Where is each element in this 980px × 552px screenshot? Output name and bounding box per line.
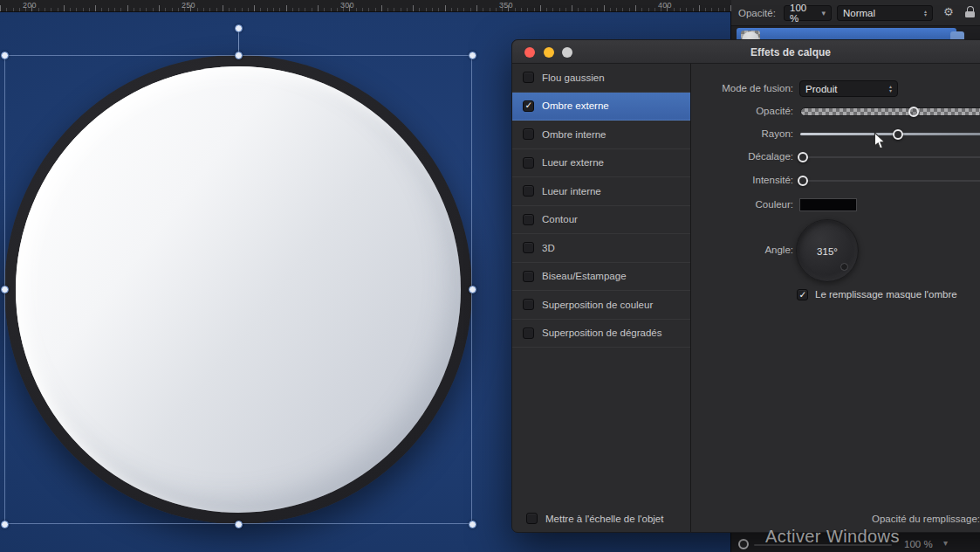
ruler-number: 250 xyxy=(182,1,195,10)
scale-with-object-checkbox[interactable] xyxy=(526,513,538,524)
toolbar-blend-dropdown[interactable]: Normal ▴▾ xyxy=(837,5,933,21)
selection-handle-bottom-right[interactable] xyxy=(469,521,476,528)
gear-icon[interactable]: ⚙ xyxy=(943,5,954,19)
chevron-down-icon[interactable]: ▾ xyxy=(943,538,948,548)
opacity-slider-knob[interactable] xyxy=(908,107,919,117)
bottom-opacity-value: 100 % xyxy=(904,539,933,549)
toolbar-blend-value: Normal xyxy=(843,8,875,18)
radius-slider-track[interactable] xyxy=(800,133,980,135)
selection-handle-top-left[interactable] xyxy=(1,52,9,59)
selection-handle-mid-right[interactable] xyxy=(469,286,476,293)
blend-mode-label: Mode de fusion: xyxy=(687,83,793,93)
ruler-number: 400 xyxy=(658,1,672,10)
ruler-number: 350 xyxy=(499,1,513,10)
stepper-arrows-icon: ▴▾ xyxy=(889,85,892,93)
fill-opacity-label: Opacité du remplissage: xyxy=(800,514,980,524)
check-icon: ✓ xyxy=(799,289,807,300)
intensity-slider-track[interactable] xyxy=(800,180,980,182)
selection-handle-top-right[interactable] xyxy=(469,52,476,59)
toolbar-opacity-label: Opacité: xyxy=(738,8,776,18)
shadow-color-swatch[interactable] xyxy=(799,198,857,211)
lock-icon[interactable] xyxy=(965,6,976,17)
angle-dial-knob[interactable] xyxy=(840,263,848,271)
context-toolbar: Opacité: 100 % ▾ Normal ▴▾ ⚙ xyxy=(731,0,980,26)
lock-body xyxy=(965,11,975,17)
selection-handle-bottom-mid[interactable] xyxy=(235,521,243,528)
selection-bounding-box xyxy=(4,55,472,524)
selection-handle-bottom-left[interactable] xyxy=(1,521,9,528)
affinity-app-window: 200250300350400 Opacité: 100 % ▾ Normal … xyxy=(0,0,980,552)
offset-slider-knob[interactable] xyxy=(798,152,808,162)
rotation-handle[interactable] xyxy=(235,24,243,32)
windows-activation-watermark: Activer Windows xyxy=(765,527,900,547)
offset-label: Décalage: xyxy=(687,151,793,162)
angle-value: 315° xyxy=(797,220,858,281)
blend-mode-dropdown[interactable]: Produit ▴▾ xyxy=(799,80,898,97)
fill-mask-label: Le remplissage masque l'ombre xyxy=(815,289,957,300)
angle-dial[interactable]: 315° xyxy=(796,219,859,282)
intensity-slider-knob[interactable] xyxy=(798,176,808,186)
opacity-slider-track[interactable] xyxy=(800,107,980,116)
effect-controls-panel: Mode de fusion: Produit ▴▾ Opacité: Rayo… xyxy=(512,40,980,532)
ruler-horizontal[interactable]: 200250300350400 xyxy=(0,0,731,12)
effect-opacity-label: Opacité: xyxy=(687,106,793,116)
radius-slider-knob[interactable] xyxy=(893,129,903,140)
ruler-number: 200 xyxy=(23,1,37,10)
offset-slider-track[interactable] xyxy=(800,156,980,158)
scale-with-object-label: Mettre à l'échelle de l'objet xyxy=(545,514,663,524)
selection-handle-mid-left[interactable] xyxy=(1,286,9,293)
layer-effects-dialog: Effets de calque Flou gaussien✓Ombre ext… xyxy=(511,39,980,533)
mouse-cursor xyxy=(874,132,887,150)
blend-mode-value: Produit xyxy=(805,84,837,94)
toolbar-opacity-dropdown[interactable]: 100 % ▾ xyxy=(784,5,832,21)
selection-handle-top-mid[interactable] xyxy=(235,52,243,59)
ruler-number: 300 xyxy=(340,1,354,10)
color-label: Couleur: xyxy=(687,199,793,210)
toolbar-opacity-value: 100 % xyxy=(790,3,818,24)
radius-label: Rayon: xyxy=(687,128,793,139)
bottom-opacity-knob[interactable] xyxy=(738,539,749,549)
intensity-label: Intensité: xyxy=(687,175,793,185)
stepper-arrows-icon: ▴▾ xyxy=(924,10,927,17)
chevron-down-icon: ▾ xyxy=(821,9,826,17)
fill-mask-checkbox[interactable]: ✓ xyxy=(797,289,808,300)
angle-label: Angle: xyxy=(687,245,793,255)
